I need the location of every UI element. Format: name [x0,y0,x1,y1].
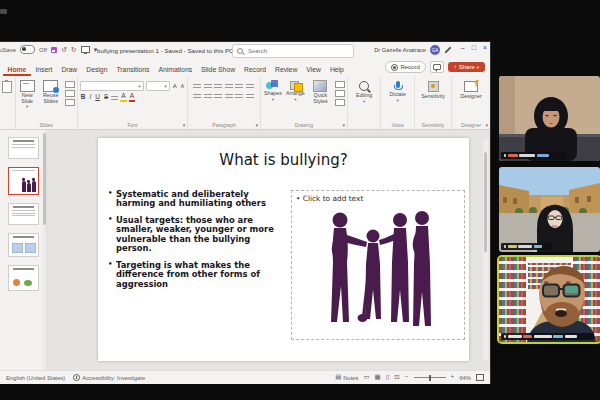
slide-body-text[interactable]: Systematic and deliberately harming and … [108,190,286,296]
tab-home[interactable]: Home [3,64,31,76]
language-indicator[interactable]: English (United States) [6,375,65,381]
font-dialog-launcher-icon[interactable]: ▾ [183,122,186,128]
normal-view-button[interactable]: ▭ [363,374,369,381]
zoom-in-button[interactable]: + [451,374,455,381]
share-caret-icon: ▾ [477,65,479,70]
slide-title[interactable]: What is bullying? [98,151,469,169]
minimize-button[interactable]: – [461,44,465,51]
tab-design[interactable]: Design [82,64,112,76]
participant-video-2[interactable] [499,167,600,252]
bullet-item[interactable]: Usual targets: those who are smaller, we… [108,216,286,254]
participant-video-1[interactable] [499,76,600,161]
avatar[interactable]: GA [430,45,440,55]
share-button[interactable]: ↑ Share ▾ [448,62,485,72]
drawing-dialog-launcher-icon[interactable]: ▾ [342,122,345,128]
slide-scrollbar[interactable] [483,140,488,360]
save-icon[interactable] [51,47,57,53]
font-size-combo[interactable]: ▾ [146,81,170,91]
tab-record[interactable]: Record [240,64,271,76]
autosave-state: Off [39,47,47,53]
ink-pen-icon[interactable] [444,46,451,53]
reading-view-button[interactable]: ▯ [386,374,390,381]
new-slide-button[interactable]: New Slide ▾ [18,79,37,121]
tab-review[interactable]: Review [271,64,302,76]
ribbon-collapse-icon[interactable]: ▾ [486,122,489,128]
slideshow-view-button[interactable]: ⊡ [394,374,399,381]
font-color-button[interactable]: A [129,93,135,102]
notes-button[interactable]: ▤ Notes [335,374,358,381]
shrink-font-icon[interactable]: A [180,84,185,89]
tab-view[interactable]: View [302,64,326,76]
thumbnail-scrollbar[interactable] [42,130,46,370]
thumbnail-slide-3[interactable] [8,203,39,225]
slides-mini-buttons[interactable] [65,79,75,121]
reuse-slides-button[interactable]: Reuse Slides [39,79,63,121]
title-bar: AutoSave Off ↺ ↻ ▾ bullying presentation… [0,42,490,60]
sensitivity-button[interactable]: Sensitivity [420,79,446,121]
slide-sorter-view-button[interactable]: ▦ [375,374,381,381]
character-spacing-icon[interactable] [111,94,118,100]
close-button[interactable]: × [483,44,487,51]
shapes-icon [266,80,279,90]
zoom-percent[interactable]: 64% [459,375,471,381]
font-name-combo[interactable]: ▾ [80,81,144,91]
document-title[interactable]: bullying presentation 1 - Saved - Saved … [97,47,240,54]
bold-button[interactable]: B [80,94,87,101]
drawing-mini-buttons[interactable] [335,79,345,121]
designer-button[interactable]: Designer [459,79,482,121]
thumbnail-slide-2-selected[interactable] [8,167,39,195]
paragraph-buttons[interactable] [193,79,255,121]
status-bar: English (United States) Accessibility: I… [0,370,490,384]
grow-font-icon[interactable]: A [172,83,178,89]
powerpoint-window: AutoSave Off ↺ ↻ ▾ bullying presentation… [0,42,490,383]
arrange-icon [289,80,302,90]
dictate-button[interactable]: Dictate ▾ [389,79,408,121]
tab-slide-show[interactable]: Slide Show [197,64,240,76]
underline-button[interactable]: U [94,94,101,101]
tab-draw[interactable]: Draw [57,64,82,76]
slide-canvas[interactable]: What is bullying? Systematic and deliber… [98,138,469,361]
bullet-item[interactable]: Targeting is what makes the difference f… [108,261,286,289]
mic-icon [504,245,507,248]
tab-transitions[interactable]: Transitions [112,64,154,76]
comments-button[interactable] [430,61,444,73]
mic-icon [504,154,507,157]
search-box[interactable] [232,44,354,58]
bullet-item[interactable]: Systematic and deliberately harming and … [108,190,286,209]
content-placeholder[interactable]: • Click to add text [291,190,465,340]
shapes-button[interactable]: Shapes ▾ [263,79,283,121]
group-editing: Editing ▾ [348,76,382,129]
paste-icon[interactable] [2,81,12,93]
sensitivity-group-label: Sensitivity [415,122,451,128]
group-font: ▾ ▾ A A B I U S A A Font [78,76,188,129]
search-input[interactable] [246,47,340,55]
display-icon[interactable] [81,46,90,53]
undo-icon[interactable]: ↺ [61,46,67,53]
thumbnail-slide-5[interactable] [8,265,39,291]
tab-insert[interactable]: Insert [31,64,57,76]
zoom-out-button[interactable]: − [405,374,409,381]
participant-video-3-active-speaker[interactable] [499,257,600,342]
editing-button[interactable]: Editing ▾ [355,79,373,121]
sensitivity-icon [428,81,439,92]
autosave-toggle[interactable] [20,45,35,54]
italic-button[interactable]: I [88,94,92,101]
tab-help[interactable]: Help [325,64,348,76]
account-area[interactable]: Dr Gazelle Anatrace GA [374,45,452,55]
group-sensitivity: Sensitivity Sensitivity [415,76,452,129]
strikethrough-button[interactable]: S [103,94,109,101]
redo-icon[interactable]: ↻ [71,46,77,53]
thumbnail-slide-1[interactable] [8,137,39,159]
arrange-button[interactable]: Arrange ▾ [285,79,306,121]
bullying-silhouette-image[interactable] [300,204,452,334]
maximize-button[interactable]: □ [472,44,476,51]
thumbnail-slide-4[interactable] [8,233,39,257]
quick-styles-button[interactable]: Quick Styles [308,79,333,121]
paragraph-dialog-launcher-icon[interactable]: ▾ [255,122,258,128]
record-button[interactable]: Record [385,61,425,73]
tab-animations[interactable]: Animations [154,64,197,76]
fit-to-window-icon[interactable] [476,374,484,381]
highlight-color-button[interactable]: A [120,93,126,102]
zoom-slider[interactable] [414,377,446,378]
accessibility-status[interactable]: Accessibility: Investigate [73,374,145,381]
